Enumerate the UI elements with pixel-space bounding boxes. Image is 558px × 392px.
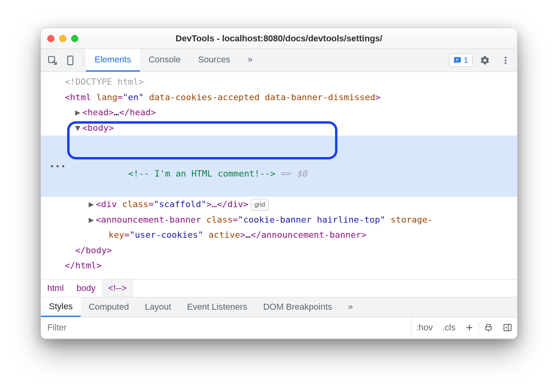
zoom-window-button[interactable] <box>71 35 78 42</box>
computed-sidebar-toggle-icon[interactable] <box>498 317 517 338</box>
settings-icon[interactable] <box>477 52 493 69</box>
dom-breadcrumb: html body <!--﻿> <box>41 279 517 297</box>
main-toolbar: Elements Console Sources » 1 <box>41 49 517 72</box>
tab-styles[interactable]: Styles <box>41 297 81 317</box>
dom-div-scaffold[interactable]: ▶<div class="scaffold">…</div>grid <box>41 197 517 212</box>
svg-rect-3 <box>456 58 459 59</box>
close-window-button[interactable] <box>47 35 54 42</box>
devtools-window: DevTools - localhost:8080/docs/devtools/… <box>41 28 517 339</box>
main-tabs: Elements Console Sources » <box>86 49 261 72</box>
dom-body-open[interactable]: ▼<body> <box>41 120 517 136</box>
device-toolbar-icon[interactable] <box>62 52 79 69</box>
more-actions-icon[interactable]: ••• <box>50 159 66 173</box>
issues-icon <box>453 56 461 64</box>
dom-announcement-banner-cont[interactable]: key="user-cookies" active>…</announcemen… <box>41 227 517 243</box>
tab-event-listeners[interactable]: Event Listeners <box>179 297 256 317</box>
dom-selected-comment[interactable]: ••• <!-- I'm an HTML comment!--> == $0 <box>41 136 517 197</box>
window-title: DevTools - localhost:8080/docs/devtools/… <box>41 33 517 44</box>
hov-toggle[interactable]: :hov <box>411 317 438 338</box>
dom-html-close[interactable]: </html> <box>41 258 517 274</box>
titlebar: DevTools - localhost:8080/docs/devtools/… <box>41 28 517 49</box>
tab-console[interactable]: Console <box>140 49 190 72</box>
svg-rect-1 <box>68 56 73 65</box>
styles-tabs-overflow[interactable]: » <box>340 297 361 317</box>
tab-layout[interactable]: Layout <box>137 297 179 317</box>
styles-pane-tabs: Styles Computed Layout Event Listeners D… <box>41 297 517 317</box>
grid-badge[interactable]: grid <box>251 199 269 211</box>
tab-computed[interactable]: Computed <box>81 297 137 317</box>
tab-sources[interactable]: Sources <box>189 49 239 72</box>
crumb-body[interactable]: body <box>70 279 102 297</box>
kebab-menu-icon[interactable] <box>497 52 514 69</box>
crumb-comment[interactable]: <!--﻿> <box>102 279 133 297</box>
issues-count: 1 <box>464 56 468 65</box>
dom-html-open[interactable]: <html lang="en" data-cookies-accepted da… <box>41 90 517 105</box>
svg-point-6 <box>505 59 506 61</box>
crumb-html[interactable]: html <box>41 279 70 297</box>
dom-announcement-banner[interactable]: ▶<announcement-banner class="cookie-bann… <box>41 212 517 228</box>
separator <box>83 54 83 66</box>
tabs-overflow[interactable]: » <box>239 49 261 72</box>
dom-head[interactable]: ▶<head>…</head> <box>41 105 517 120</box>
svg-point-7 <box>505 62 506 64</box>
svg-rect-4 <box>456 60 458 61</box>
tab-dom-breakpoints[interactable]: DOM Breakpoints <box>255 297 340 317</box>
issues-button[interactable]: 1 <box>449 54 473 67</box>
paint-flashing-icon[interactable] <box>479 317 498 338</box>
inspect-element-icon[interactable] <box>44 52 61 69</box>
styles-filter-row: :hov .cls <box>41 317 517 339</box>
svg-rect-11 <box>504 324 511 331</box>
elements-dom-tree[interactable]: <!DOCTYPE html> <html lang="en" data-coo… <box>41 72 517 279</box>
tab-elements[interactable]: Elements <box>86 49 140 72</box>
svg-point-5 <box>505 56 506 58</box>
styles-filter-input[interactable] <box>41 317 411 338</box>
new-style-rule-icon[interactable] <box>460 317 479 338</box>
dom-doctype[interactable]: <!DOCTYPE html> <box>65 77 144 87</box>
minimize-window-button[interactable] <box>59 35 66 42</box>
traffic-lights <box>47 35 78 42</box>
dom-body-close[interactable]: </body> <box>41 243 517 258</box>
cls-toggle[interactable]: .cls <box>438 317 460 338</box>
